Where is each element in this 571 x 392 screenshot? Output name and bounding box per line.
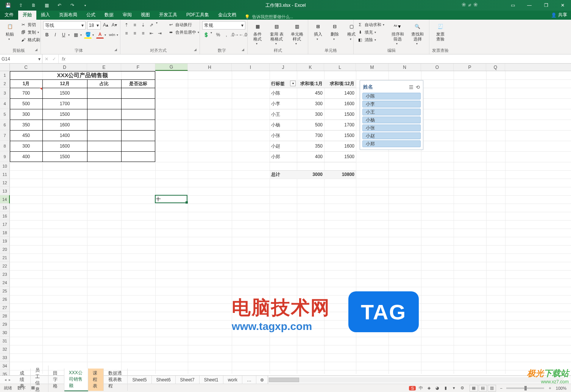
copy-button[interactable]: 🗐复制▾ — [19, 29, 42, 36]
pivot-row-label[interactable]: 小杨 — [270, 120, 297, 130]
slicer-item[interactable]: 小杨 — [362, 117, 421, 123]
pivot-filter-dropdown[interactable]: ▾ — [290, 81, 296, 86]
number-format-select[interactable]: 常规▾ — [202, 21, 245, 30]
table-cell[interactable]: 450 — [10, 130, 42, 141]
decrease-indent-icon[interactable]: ⇤ — [148, 30, 155, 37]
comma-icon[interactable]: , — [223, 31, 230, 39]
pivot-value[interactable]: 350 — [297, 141, 324, 151]
pivot-value[interactable]: 1500 — [324, 109, 356, 120]
row-header[interactable]: 9 — [0, 151, 10, 162]
align-right-icon[interactable]: ≡ — [139, 30, 147, 37]
new-sheet-button[interactable]: ⊕ — [256, 377, 268, 383]
pivot-total-label[interactable]: 总计 — [270, 170, 297, 179]
cut-button[interactable]: ✂剪切 — [19, 21, 42, 28]
row-header[interactable]: 15 — [0, 204, 10, 212]
table-cell[interactable]: 300 — [10, 109, 42, 120]
tab-data[interactable]: 数据 — [100, 10, 118, 20]
slicer-item[interactable]: 小张 — [362, 124, 421, 131]
pivot-value[interactable]: 1500 — [324, 130, 356, 141]
undo-icon[interactable]: ↶ — [54, 1, 65, 10]
row-header[interactable]: 4 — [0, 98, 10, 109]
ime-sogou-icon[interactable]: S — [409, 386, 416, 390]
slicer-item[interactable]: 小李 — [362, 101, 421, 107]
row-header[interactable]: 17 — [0, 220, 10, 229]
first-sheet-icon[interactable]: ◂ — [5, 378, 6, 382]
column-header[interactable]: N — [388, 64, 421, 71]
dialog-launcher-icon[interactable]: ◢ — [35, 48, 37, 51]
sheet-tab[interactable]: Sheet1 — [200, 376, 223, 384]
row-header[interactable]: 25 — [0, 287, 10, 295]
cell-styles-button[interactable]: ▥单元格样式▾ — [289, 21, 306, 46]
tab-insert[interactable]: 插入 — [36, 10, 55, 20]
fx-icon[interactable]: fx — [59, 54, 69, 63]
enter-formula-icon[interactable]: ✓ — [52, 56, 56, 62]
table-header[interactable]: 占比 — [87, 79, 121, 88]
row-header[interactable]: 30 — [0, 328, 10, 337]
row-header[interactable]: 20 — [0, 245, 10, 254]
select-all-corner[interactable] — [0, 64, 10, 71]
sheet-tab[interactable]: 田字格 — [48, 369, 64, 391]
ime-bar[interactable]: S 中 ◈ ◕ ▮ ▾ ⚙ — [409, 385, 466, 391]
pivot-value[interactable]: 1500 — [324, 151, 356, 162]
ime-icon-2[interactable]: ◈ — [426, 386, 432, 390]
autosum-button[interactable]: Σ自动求和▾ — [356, 21, 387, 28]
format-painter-button[interactable]: 🖌格式刷 — [19, 36, 42, 43]
pivot-value[interactable]: 300 — [297, 98, 324, 109]
table-cell[interactable]: 700 — [10, 88, 42, 98]
pivot-total-value[interactable]: 10800 — [324, 170, 356, 179]
increase-indent-icon[interactable]: ⇥ — [156, 30, 164, 37]
column-header[interactable]: I — [232, 64, 270, 71]
table-cell[interactable]: 1500 — [42, 88, 87, 98]
row-header[interactable]: 12 — [0, 179, 10, 187]
row-header[interactable]: 21 — [0, 254, 10, 262]
table-cell[interactable] — [121, 88, 155, 98]
pivot-header[interactable]: 求和项:12月 — [324, 79, 356, 88]
row-header[interactable]: 18 — [0, 229, 10, 237]
table-cell[interactable]: 400 — [10, 151, 42, 162]
table-cell[interactable]: 1700 — [42, 98, 87, 109]
table-cell[interactable] — [121, 98, 155, 109]
table-cell[interactable]: 350 — [10, 120, 42, 130]
tell-me[interactable]: 💡 告诉我您想要做什么... — [245, 14, 293, 20]
row-header[interactable]: 35 — [0, 370, 10, 375]
decrease-font-icon[interactable]: A▾ — [111, 21, 118, 29]
row-header[interactable]: 22 — [0, 262, 10, 270]
row-header[interactable]: 34 — [0, 362, 10, 370]
cancel-formula-icon[interactable]: ✕ — [45, 56, 48, 62]
row-header[interactable]: 27 — [0, 303, 10, 312]
column-header[interactable]: J — [270, 64, 297, 71]
column-header[interactable]: K — [297, 64, 324, 71]
wrap-text-button[interactable]: ↩自动换行 — [167, 21, 202, 28]
row-header[interactable]: 2 — [0, 79, 10, 88]
phonetic-button[interactable]: wén — [108, 31, 116, 39]
row-header[interactable]: 29 — [0, 320, 10, 328]
zoom-in-button[interactable]: ＋ — [548, 385, 552, 391]
column-header[interactable]: D — [42, 64, 87, 71]
table-cell[interactable] — [87, 151, 121, 162]
row-header[interactable]: 31 — [0, 337, 10, 345]
row-header[interactable]: 24 — [0, 278, 10, 287]
slicer-item[interactable]: 小赵 — [362, 132, 421, 139]
pivot-value[interactable]: 1700 — [324, 120, 356, 130]
row-header[interactable]: 28 — [0, 312, 10, 320]
sheet-tab[interactable]: Sheet7 — [176, 376, 200, 384]
column-header[interactable]: L — [324, 64, 356, 71]
dialog-launcher-icon[interactable]: ◢ — [194, 48, 197, 51]
underline-button[interactable]: U — [60, 31, 67, 39]
align-center-icon[interactable]: ≡ — [131, 30, 139, 37]
touch-mode-icon[interactable]: ⇪ — [15, 1, 27, 10]
table-title[interactable]: XXX公司产品销售额 — [10, 71, 155, 79]
fill-button[interactable]: ⬇填充▾ — [356, 29, 387, 36]
align-bottom-icon[interactable]: ⇣ — [139, 21, 147, 29]
ime-icon-4[interactable]: ▮ — [442, 386, 449, 390]
sheet-tab[interactable]: Sheet5 — [128, 376, 151, 384]
table-cell[interactable]: 1500 — [42, 109, 87, 120]
tab-wps[interactable]: 金山文档 — [214, 10, 241, 20]
italic-button[interactable]: I — [51, 31, 59, 39]
row-header[interactable]: 16 — [0, 212, 10, 220]
row-header[interactable]: 3 — [0, 88, 10, 98]
find-select-button[interactable]: 🔍查找和选择▾ — [409, 21, 427, 46]
pivot-value[interactable]: 300 — [297, 109, 324, 120]
sheet-overflow[interactable]: … — [242, 376, 256, 384]
column-header[interactable]: Q — [486, 64, 505, 71]
